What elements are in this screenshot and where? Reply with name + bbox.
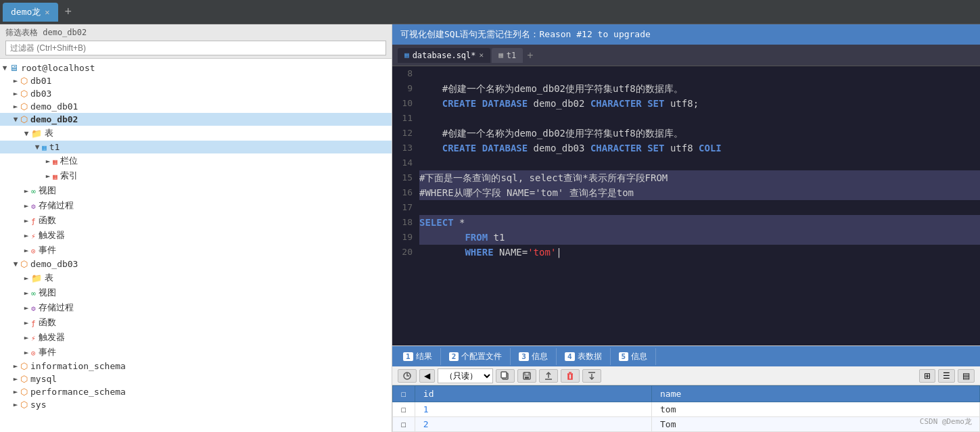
tree-node-procs3[interactable]: ►⚙存储过程 bbox=[0, 300, 392, 315]
copy-button[interactable] bbox=[496, 369, 515, 383]
line-content[interactable]: #WHERE从哪个字段 NAME='tom' 查询名字是tom bbox=[419, 185, 980, 200]
editor-tab-add-button[interactable]: + bbox=[527, 49, 533, 62]
mode-select[interactable]: （只读） bbox=[438, 368, 493, 383]
tree-node-sys[interactable]: ►⬡sys bbox=[0, 398, 392, 411]
tree-toggle[interactable]: ▼ bbox=[11, 260, 20, 268]
save-button[interactable] bbox=[517, 369, 536, 383]
refresh-button[interactable] bbox=[398, 369, 417, 383]
line-number: 16 bbox=[392, 185, 419, 200]
tree-node-db01[interactable]: ►⬡db01 bbox=[0, 74, 392, 87]
tree-node-t1[interactable]: ▼▦t1 bbox=[0, 141, 392, 153]
result-panel: 1结果2个配置文件3信息4表数据5信息 ◀ （只读） bbox=[392, 345, 980, 432]
tree-toggle[interactable]: ► bbox=[22, 318, 31, 327]
line-content[interactable]: CREATE DATABASE demo_db03 CHARACTER SET … bbox=[419, 141, 980, 155]
tree-toggle[interactable]: ► bbox=[11, 76, 20, 85]
tree-node-indexes[interactable]: ►▦索引 bbox=[0, 168, 392, 183]
tree-node-procs[interactable]: ►⚙存储过程 bbox=[0, 198, 392, 213]
tree-toggle[interactable]: ► bbox=[11, 400, 20, 409]
delete-button[interactable] bbox=[561, 369, 580, 383]
tree-node-events[interactable]: ►⊙事件 bbox=[0, 243, 392, 258]
tree-toggle[interactable]: ► bbox=[22, 246, 31, 255]
export-button[interactable] bbox=[539, 369, 558, 383]
row-checkbox[interactable]: ☐ bbox=[393, 402, 415, 417]
tree-node-label: performance_schema bbox=[30, 387, 126, 397]
tree-node-views3[interactable]: ►∞视图 bbox=[0, 285, 392, 300]
line-content[interactable]: #创建一个名称为demo_db02使用字符集utf8的数据库。 bbox=[419, 81, 980, 96]
indent bbox=[0, 76, 11, 86]
detail-view-button[interactable]: ▤ bbox=[958, 369, 975, 383]
tree-toggle[interactable]: ► bbox=[22, 304, 31, 312]
tree-toggle[interactable]: ► bbox=[22, 216, 31, 225]
line-content[interactable]: CREATE DATABASE demo_db02 CHARACTER SET … bbox=[419, 96, 980, 111]
main-tab[interactable]: demo龙 ✕ bbox=[3, 3, 58, 22]
code-token: SELECT bbox=[419, 217, 454, 228]
tree-toggle[interactable]: ► bbox=[22, 348, 31, 357]
line-content[interactable]: WHERE NAME='tom'| bbox=[419, 245, 980, 260]
tree-node-mysql[interactable]: ►⬡mysql bbox=[0, 373, 392, 385]
bottom-tab-5[interactable]: 5信息 bbox=[611, 348, 657, 365]
tree-node-label: t1 bbox=[49, 142, 60, 152]
line-content[interactable]: SELECT * bbox=[419, 215, 980, 230]
tree-node-demo_db01[interactable]: ►⬡demo_db01 bbox=[0, 100, 392, 113]
line-content[interactable]: #创建一个名称为demo_db02使用字符集utf8的数据库。 bbox=[419, 126, 980, 141]
tree-toggle[interactable]: ► bbox=[43, 172, 53, 181]
tree-node-funcs3[interactable]: ►ƒ函数 bbox=[0, 315, 392, 330]
tree-node-demo_db03[interactable]: ▼⬡demo_db03 bbox=[0, 258, 392, 270]
tree-toggle[interactable]: ► bbox=[11, 102, 20, 111]
import-button[interactable] bbox=[582, 369, 601, 383]
tree-toggle[interactable]: ► bbox=[11, 387, 20, 396]
tree-node-triggers[interactable]: ►⚡触发器 bbox=[0, 228, 392, 243]
filter-input[interactable] bbox=[5, 41, 386, 55]
tree-node-demo_db02[interactable]: ▼⬡demo_db02 bbox=[0, 113, 392, 126]
prev-button[interactable]: ◀ bbox=[419, 369, 435, 383]
tree-toggle[interactable]: ▼ bbox=[11, 115, 20, 124]
line-number: 9 bbox=[392, 81, 419, 96]
tab-close-button[interactable]: ✕ bbox=[45, 7, 49, 17]
editor-tab-close[interactable]: ✕ bbox=[480, 51, 484, 59]
line-content[interactable]: #下面是一条查询的sql, select查询*表示所有字段FROM bbox=[419, 170, 980, 185]
svg-rect-4 bbox=[525, 377, 529, 379]
tree-toggle[interactable]: ▼ bbox=[22, 129, 31, 138]
tree-node-info_schema[interactable]: ►⬡information_schema bbox=[0, 360, 392, 373]
tree-toggle[interactable]: ► bbox=[11, 375, 20, 383]
tree-toggle[interactable]: ▼ bbox=[32, 143, 42, 151]
list-view-button[interactable]: ☰ bbox=[938, 369, 955, 383]
tree-toggle[interactable]: ► bbox=[22, 201, 31, 210]
code-token: FROM bbox=[465, 232, 488, 243]
tree-node-views[interactable]: ►∞视图 bbox=[0, 183, 392, 198]
tree-node-perf_schema[interactable]: ►⬡performance_schema bbox=[0, 385, 392, 398]
tree-node-icon-db: ⬡ bbox=[20, 76, 28, 86]
bottom-tab-3[interactable]: 3信息 bbox=[511, 348, 557, 365]
tree-node-label: 表 bbox=[45, 272, 53, 284]
tree-toggle[interactable]: ▼ bbox=[0, 64, 9, 72]
code-line-8: 8 bbox=[392, 66, 980, 81]
tree-toggle[interactable]: ► bbox=[22, 274, 31, 283]
tree-toggle[interactable]: ► bbox=[11, 89, 20, 98]
bottom-tab-2[interactable]: 2个配置文件 bbox=[441, 348, 511, 365]
tree-node-events3[interactable]: ►⊙事件 bbox=[0, 345, 392, 360]
tree-node-tables3[interactable]: ►📁表 bbox=[0, 270, 392, 285]
code-editor[interactable]: 89 #创建一个名称为demo_db02使用字符集utf8的数据库。10 CRE… bbox=[392, 66, 980, 345]
editor-tab-databasesql[interactable]: ▦database.sql*✕ bbox=[398, 48, 490, 63]
tree-node-triggers3[interactable]: ►⚡触发器 bbox=[0, 330, 392, 345]
tree-toggle[interactable]: ► bbox=[22, 231, 31, 240]
tab-add-button[interactable]: + bbox=[62, 5, 75, 19]
line-content[interactable]: FROM t1 bbox=[419, 230, 980, 245]
row-checkbox[interactable]: ☐ bbox=[393, 417, 415, 432]
tree-node-tables[interactable]: ▼📁表 bbox=[0, 126, 392, 141]
tree-toggle[interactable]: ► bbox=[22, 289, 31, 297]
bottom-tab-4[interactable]: 4表数据 bbox=[557, 348, 611, 365]
tree-node-label: 函数 bbox=[39, 316, 56, 329]
tree-toggle[interactable]: ► bbox=[22, 333, 31, 342]
tree-toggle[interactable]: ► bbox=[11, 362, 20, 370]
tree-node-funcs[interactable]: ►ƒ函数 bbox=[0, 213, 392, 228]
tree-node-db03[interactable]: ►⬡db03 bbox=[0, 87, 392, 100]
editor-tab-t1[interactable]: ▦t1 bbox=[492, 48, 523, 63]
tree-node-columns[interactable]: ►▦栏位 bbox=[0, 153, 392, 168]
tree-toggle[interactable]: ► bbox=[43, 157, 53, 166]
bottom-tab-1[interactable]: 1结果 bbox=[395, 348, 441, 365]
tree-node-root[interactable]: ▼🖥root@localhost bbox=[0, 62, 392, 74]
tree-toggle[interactable]: ► bbox=[22, 187, 31, 195]
grid-view-button[interactable]: ⊞ bbox=[919, 369, 935, 383]
tree-node-icon-db: ⬡ bbox=[20, 114, 28, 124]
